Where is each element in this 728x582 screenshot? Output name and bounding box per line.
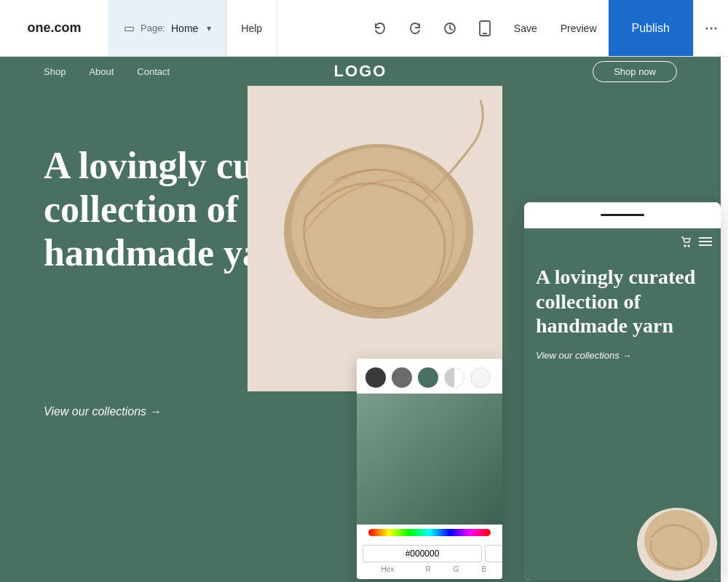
hero-link[interactable]: View our collections → (44, 405, 349, 418)
page-icon: ▭ (124, 21, 135, 35)
color-rainbow-slider[interactable] (368, 529, 491, 536)
canvas-area: Shop About Contact LOGO Shop now A lovin… (0, 57, 728, 582)
mobile-preview-button[interactable] (467, 0, 502, 56)
top-bar: one.com ▭ Page: Home ▾ Help (0, 0, 728, 57)
mobile-hero-title: A lovingly curated collection of handmad… (536, 265, 709, 338)
r-label: R (416, 565, 440, 573)
chevron-down-icon: ▾ (207, 23, 211, 33)
toolbar-actions: Save Preview Publish (363, 0, 728, 56)
menu-icon (699, 236, 712, 250)
mobile-preview-panel: A lovingly curated collection of handmad… (524, 202, 721, 581)
hex-input[interactable] (363, 545, 482, 562)
mobile-yarn-image (633, 493, 721, 581)
nav-links: Shop About Contact (44, 66, 170, 77)
undo-button[interactable] (363, 0, 397, 56)
b-label: B (472, 565, 496, 573)
publish-button[interactable]: Publish (609, 0, 693, 56)
history-button[interactable] (432, 0, 467, 56)
redo-button[interactable] (397, 0, 432, 56)
mobile-top-bar (524, 202, 721, 228)
mobile-nav-icons (680, 236, 712, 250)
brand-logo: one.com (27, 20, 81, 36)
hero-image (248, 86, 502, 391)
page-selector[interactable]: ▭ Page: Home ▾ (109, 0, 226, 56)
svg-point-4 (710, 27, 712, 29)
svg-point-5 (714, 27, 716, 29)
save-button[interactable]: Save (502, 0, 549, 56)
svg-point-11 (688, 245, 689, 247)
red-input[interactable] (485, 545, 502, 562)
color-swatches (357, 359, 502, 394)
preview-button[interactable]: Preview (549, 0, 609, 56)
logo-area: one.com (0, 0, 109, 56)
nav-contact[interactable]: Contact (137, 66, 170, 77)
page-label: Page: (141, 23, 165, 33)
color-inputs (357, 539, 502, 565)
swatch-half-white[interactable] (444, 367, 464, 388)
color-input-labels: Hex R G B (357, 565, 502, 579)
swatch-white[interactable] (470, 367, 491, 388)
color-picker-panel: Hex R G B (357, 359, 502, 579)
svg-point-3 (705, 27, 708, 29)
swatch-dark[interactable] (365, 367, 386, 388)
mobile-hero-text: A lovingly curated collection of handmad… (536, 265, 709, 361)
mobile-handle (601, 214, 644, 216)
nav-about[interactable]: About (89, 66, 114, 77)
swatch-gray[interactable] (392, 367, 412, 388)
color-gradient-picker[interactable] (357, 394, 502, 525)
svg-point-10 (684, 245, 686, 247)
mobile-hero-link[interactable]: View our collections → (536, 350, 709, 361)
help-button[interactable]: Help (226, 0, 277, 56)
nav-shop[interactable]: Shop (44, 66, 66, 77)
site-nav: Shop About Contact LOGO Shop now (0, 57, 721, 86)
more-options-button[interactable] (693, 0, 728, 56)
hex-label: Hex (363, 565, 413, 573)
site-logo: LOGO (334, 62, 387, 81)
cart-icon (680, 236, 692, 250)
g-label: G (443, 565, 468, 573)
site-cta-button[interactable]: Shop now (593, 61, 677, 82)
mobile-content: A lovingly curated collection of handmad… (524, 228, 721, 581)
swatch-green[interactable] (418, 367, 438, 388)
page-name: Home (171, 23, 198, 34)
